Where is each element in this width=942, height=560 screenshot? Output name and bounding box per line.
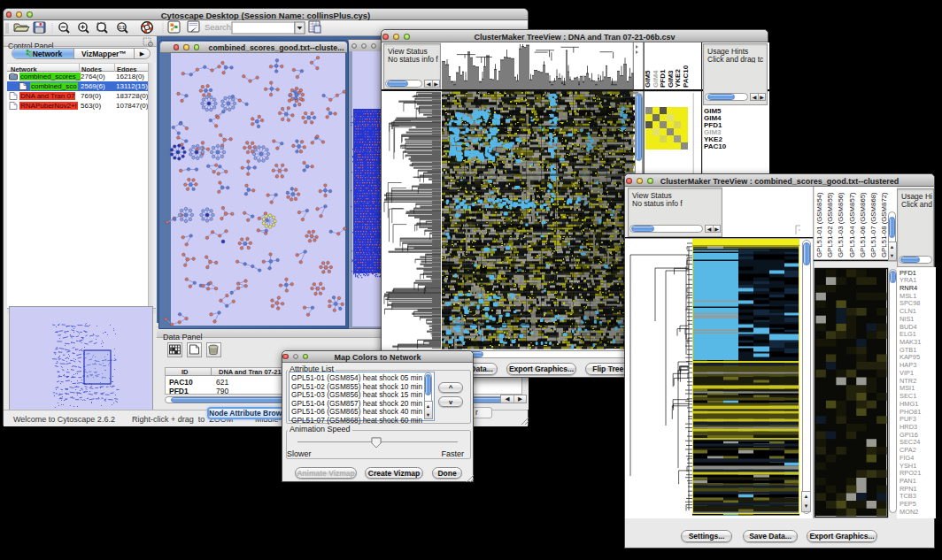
- svg-text:GPL51-03 (GSM856): GPL51-03 (GSM856): [837, 192, 845, 257]
- svg-text:PAC10: PAC10: [704, 142, 727, 150]
- svg-text:GPL51-07 (GSM868): GPL51-07 (GSM868): [869, 192, 877, 257]
- svg-text:PUF3: PUF3: [900, 415, 916, 423]
- svg-text:RNR4: RNR4: [900, 284, 917, 292]
- svg-text:1:1: 1:1: [119, 25, 125, 30]
- svg-text:VIP1: VIP1: [900, 369, 914, 377]
- svg-text:GTB1: GTB1: [900, 346, 916, 354]
- svg-text:TCB3: TCB3: [900, 492, 916, 500]
- svg-text:PHO81: PHO81: [900, 408, 921, 416]
- svg-text:MAK31: MAK31: [900, 338, 921, 346]
- svg-text:HAP3: HAP3: [900, 361, 916, 369]
- svg-text:YRA1: YRA1: [900, 276, 916, 284]
- svg-text:MON2: MON2: [900, 508, 918, 516]
- svg-text:PFD1: PFD1: [900, 269, 916, 277]
- svg-text:BUD4: BUD4: [900, 323, 917, 331]
- svg-text:YSH1: YSH1: [900, 462, 916, 470]
- svg-text:PEP5: PEP5: [900, 500, 916, 508]
- svg-text:GPL51-04 (GSM857): GPL51-04 (GSM857): [848, 192, 856, 257]
- svg-text:SEC24: SEC24: [900, 438, 920, 446]
- svg-text:GPL51-01 (GSM854): GPL51-01 (GSM854): [815, 192, 823, 257]
- svg-text:PAC10: PAC10: [682, 65, 690, 88]
- svg-text:RPO21: RPO21: [900, 469, 921, 477]
- svg-text:NIS1: NIS1: [900, 315, 914, 323]
- svg-text:CLN1: CLN1: [900, 307, 916, 315]
- svg-text:GPL51-02 (GSM855): GPL51-02 (GSM855): [826, 192, 834, 257]
- svg-text:MSI1: MSI1: [900, 384, 915, 392]
- svg-text:SPC98: SPC98: [900, 299, 920, 307]
- svg-text:GPL51-06 (GSM865): GPL51-06 (GSM865): [859, 192, 867, 257]
- svg-text:NTR2: NTR2: [900, 377, 916, 385]
- svg-text:MSL1: MSL1: [900, 292, 916, 300]
- svg-text:ELG1: ELG1: [900, 330, 916, 338]
- svg-text:SEC1: SEC1: [900, 392, 916, 400]
- svg-text:Search:: Search:: [205, 22, 234, 32]
- svg-text:CPA2: CPA2: [900, 446, 916, 454]
- svg-text:KAP95: KAP95: [900, 353, 920, 361]
- svg-text:RPN1: RPN1: [900, 485, 917, 493]
- svg-text:GPI16: GPI16: [900, 431, 918, 439]
- svg-text:HMG1: HMG1: [900, 400, 918, 408]
- svg-text:FIG4: FIG4: [900, 454, 914, 462]
- svg-text:PAN1: PAN1: [900, 477, 916, 485]
- svg-text:HRD3: HRD3: [900, 423, 917, 431]
